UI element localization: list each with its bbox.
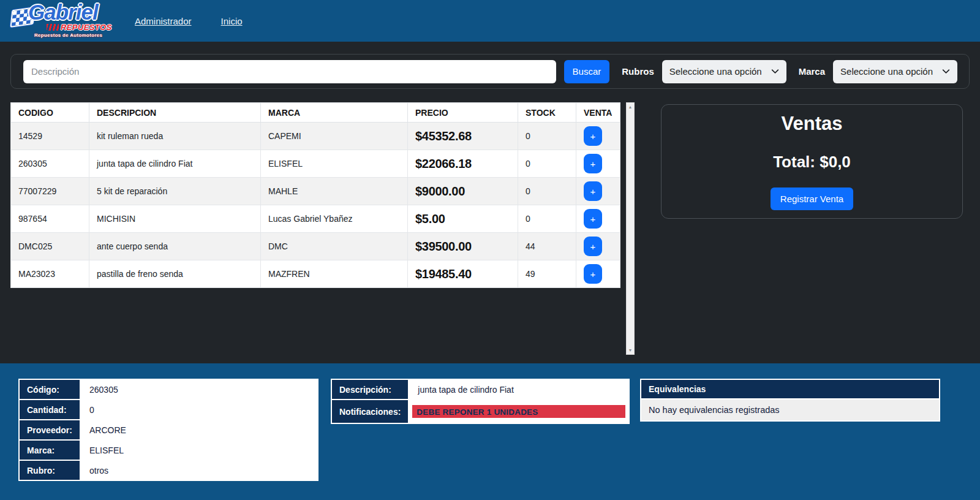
add-to-sale-button[interactable]: +	[584, 237, 602, 256]
cell-stock: 44	[518, 233, 576, 260]
detail-label: Marca:	[19, 440, 80, 460]
scroll-down-arrow-icon[interactable]: ▼	[628, 348, 633, 352]
nav-link-administrador[interactable]: Administrador	[135, 16, 192, 26]
col-header-marca: MARCA	[261, 103, 408, 123]
col-header-codigo: CODIGO	[11, 103, 89, 123]
product-detail-panel: Código: 260305 Cantidad: 0 Proveedor: AR…	[18, 379, 318, 481]
detail-value: otros	[80, 460, 318, 480]
cell-codigo: 77007229	[11, 178, 89, 205]
add-to-sale-button[interactable]: +	[584, 264, 602, 284]
cell-codigo: MA23023	[11, 260, 89, 288]
table-row[interactable]: 987654 MICHISIN Lucas Gabriel Ybañez $5.…	[11, 205, 620, 233]
brand-tagline: Repuestos de Automotores	[34, 32, 102, 38]
cell-stock: 0	[518, 178, 576, 205]
add-to-sale-button[interactable]: +	[584, 154, 602, 173]
cell-marca: DMC	[261, 233, 408, 260]
products-table-container: CODIGO DESCRIPCION MARCA PRECIO STOCK VE…	[10, 102, 620, 288]
detail-value: ELISFEL	[80, 440, 318, 460]
cell-descripcion: ante cuerpo senda	[89, 233, 261, 260]
ventas-total: Total: $0,0	[662, 153, 962, 172]
detail-label: Rubro:	[19, 460, 80, 480]
scroll-up-arrow-icon[interactable]: ▲	[628, 105, 633, 109]
cell-marca: Lucas Gabriel Ybañez	[261, 205, 408, 233]
table-row[interactable]: 14529 kit ruleman rueda CAPEMI $45352.68…	[11, 123, 620, 150]
add-to-sale-button[interactable]: +	[584, 181, 602, 201]
table-row[interactable]: DMC025 ante cuerpo senda DMC $39500.00 4…	[11, 233, 620, 260]
cell-stock: 0	[518, 150, 576, 178]
cell-precio: $19485.40	[408, 260, 518, 288]
rubros-select-value: Seleccione una opción	[669, 66, 762, 77]
nav-link-inicio[interactable]: Inicio	[221, 16, 243, 26]
brand-logo[interactable]: Gabriel REPUESTOS Repuestos de Automotor…	[10, 1, 114, 40]
cell-marca: ELISFEL	[261, 150, 408, 178]
equivalencias-empty-message: No hay equivalencias registradas	[641, 400, 939, 420]
cell-stock: 0	[518, 205, 576, 233]
equivalencias-title: Equivalencias	[641, 380, 939, 400]
ventas-panel: Ventas Total: $0,0 Registrar Venta	[661, 104, 963, 219]
cell-marca: MAHLE	[261, 178, 408, 205]
cell-marca: MAZFREN	[261, 260, 408, 288]
cell-descripcion: pastilla de freno senda	[89, 260, 261, 288]
detail-value: 0	[80, 400, 318, 420]
brand-subtitle: REPUESTOS	[61, 23, 112, 32]
col-header-descripcion: DESCRIPCION	[89, 103, 261, 123]
detail-label: Código:	[19, 379, 80, 400]
search-input[interactable]	[23, 60, 556, 83]
cell-codigo: DMC025	[11, 233, 89, 260]
marca-select[interactable]: Seleccione una opción	[833, 60, 957, 83]
marca-select-value: Seleccione una opción	[840, 66, 933, 77]
description-label: Descripción:	[331, 379, 409, 400]
cell-descripcion: junta tapa de cilindro Fiat	[89, 150, 261, 178]
marca-label: Marca	[799, 66, 825, 77]
cell-descripcion: kit ruleman rueda	[89, 123, 261, 150]
cell-precio: $9000.00	[408, 178, 518, 205]
table-row[interactable]: MA23023 pastilla de freno senda MAZFREN …	[11, 260, 620, 288]
cell-precio: $45352.68	[408, 123, 518, 150]
cell-precio: $22066.18	[408, 150, 518, 178]
registrar-venta-button[interactable]: Registrar Venta	[771, 188, 853, 210]
col-header-precio: PRECIO	[408, 103, 518, 123]
detail-value: ARCORE	[80, 420, 318, 440]
top-navbar: Gabriel REPUESTOS Repuestos de Automotor…	[0, 0, 980, 42]
cell-stock: 49	[518, 260, 576, 288]
notifications-label: Notificaciones:	[331, 400, 409, 423]
cell-marca: CAPEMI	[261, 123, 408, 150]
cell-codigo: 987654	[11, 205, 89, 233]
search-filter-bar: Buscar Rubros Seleccione una opción Marc…	[10, 54, 970, 89]
detail-value: 260305	[80, 379, 318, 400]
detail-label: Cantidad:	[19, 400, 80, 420]
description-table: Descripción: junta tapa de cilindro Fiat…	[331, 379, 630, 424]
buscar-button[interactable]: Buscar	[564, 60, 610, 83]
chevron-down-icon	[771, 67, 779, 75]
product-detail-section: Código: 260305 Cantidad: 0 Proveedor: AR…	[0, 363, 980, 500]
cell-codigo: 14529	[11, 123, 89, 150]
cell-descripcion: 5 kit de reparación	[89, 178, 261, 205]
table-header-row: CODIGO DESCRIPCION MARCA PRECIO STOCK VE…	[11, 103, 620, 123]
product-detail-table: Código: 260305 Cantidad: 0 Proveedor: AR…	[18, 379, 318, 481]
description-panel: Descripción: junta tapa de cilindro Fiat…	[331, 379, 630, 424]
rubros-label: Rubros	[622, 66, 654, 77]
products-table: CODIGO DESCRIPCION MARCA PRECIO STOCK VE…	[10, 102, 620, 288]
speed-stripes-icon	[47, 24, 59, 31]
description-value: junta tapa de cilindro Fiat	[409, 379, 629, 400]
cell-precio: $39500.00	[408, 233, 518, 260]
main-content-area: Buscar Rubros Seleccione una opción Marc…	[0, 42, 980, 363]
brand-name: Gabriel	[28, 0, 98, 25]
cell-descripcion: MICHISIN	[89, 205, 261, 233]
col-header-stock: STOCK	[518, 103, 576, 123]
chevron-down-icon	[942, 67, 950, 75]
add-to-sale-button[interactable]: +	[584, 126, 602, 146]
cell-precio: $5.00	[408, 205, 518, 233]
cell-stock: 0	[518, 123, 576, 150]
table-row[interactable]: 260305 junta tapa de cilindro Fiat ELISF…	[11, 150, 620, 178]
rubros-select[interactable]: Seleccione una opción	[662, 60, 786, 83]
detail-label: Proveedor:	[19, 420, 80, 440]
table-row[interactable]: 77007229 5 kit de reparación MAHLE $9000…	[11, 178, 620, 205]
equivalencias-panel: Equivalencias No hay equivalencias regis…	[640, 379, 940, 422]
restock-warning-badge: DEBE REPONER 1 UNIDADES	[412, 405, 625, 418]
cell-codigo: 260305	[11, 150, 89, 178]
vertical-scrollbar[interactable]: ▲ ▼	[626, 102, 635, 355]
nav-links: Administrador Inicio	[135, 16, 243, 26]
col-header-venta: VENTA	[576, 103, 620, 123]
add-to-sale-button[interactable]: +	[584, 209, 602, 229]
